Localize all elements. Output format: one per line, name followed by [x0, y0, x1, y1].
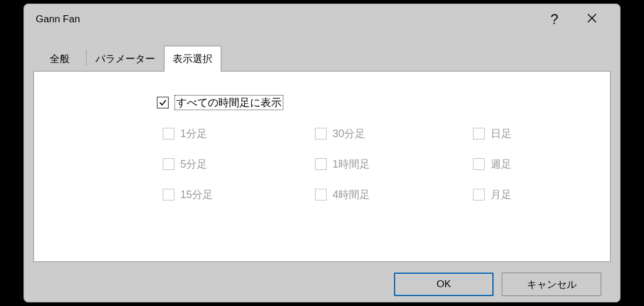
cancel-button[interactable]: キャンセル	[502, 273, 601, 296]
tf-mn1: 月足	[473, 188, 590, 202]
tf-h1-checkbox[interactable]	[315, 158, 327, 170]
tf-d1-checkbox[interactable]	[473, 128, 485, 140]
gann-fan-dialog: Gann Fan ? 全般 パラメーター 表示選択	[23, 4, 621, 302]
dialog-title: Gann Fan	[36, 13, 536, 25]
tf-mn1-label: 月足	[491, 188, 512, 202]
show-all-row: すべての時間足に表示	[157, 95, 592, 110]
tf-m30-checkbox[interactable]	[315, 128, 327, 140]
help-icon: ?	[550, 11, 558, 28]
tf-w1-label: 週足	[491, 157, 512, 171]
tf-h4-checkbox[interactable]	[315, 189, 327, 200]
tf-m1: 1分足	[163, 127, 309, 141]
tab-parameters[interactable]: パラメーター	[87, 46, 164, 72]
dialog-content: 全般 パラメーター 表示選択 すべての時間足に表示 1分足	[24, 35, 620, 296]
dialog-buttons: OK キャンセル	[33, 262, 611, 296]
tf-d1-label: 日足	[491, 127, 512, 141]
tab-label: パラメーター	[95, 53, 155, 64]
ok-button[interactable]: OK	[394, 273, 494, 296]
tf-w1: 週足	[473, 157, 590, 171]
cancel-label: キャンセル	[527, 278, 577, 291]
tf-w1-checkbox[interactable]	[473, 158, 485, 170]
tf-h1-label: 1時間足	[333, 157, 370, 171]
tf-m15: 15分足	[163, 188, 309, 202]
tf-m5-checkbox[interactable]	[163, 158, 174, 170]
tab-display[interactable]: 表示選択	[164, 46, 221, 72]
timeframe-grid: 1分足 30分足 日足 5分足 1時間足	[163, 127, 592, 202]
ok-label: OK	[437, 278, 451, 290]
tf-m1-label: 1分足	[180, 127, 207, 141]
tf-d1: 日足	[473, 127, 590, 141]
tf-h1: 1時間足	[315, 157, 467, 171]
show-all-label[interactable]: すべての時間足に表示	[174, 95, 283, 110]
tf-h4: 4時間足	[315, 188, 467, 202]
tf-m5: 5分足	[163, 157, 309, 171]
check-icon	[159, 98, 167, 107]
tabstrip: 全般 パラメーター 表示選択	[33, 45, 611, 71]
tf-m30-label: 30分足	[333, 127, 365, 141]
tf-h4-label: 4時間足	[333, 188, 370, 202]
tab-label: 全般	[50, 53, 70, 64]
titlebar: Gann Fan ?	[24, 4, 620, 35]
close-button[interactable]	[573, 4, 611, 35]
tabpanel-display: すべての時間足に表示 1分足 30分足 日足 5分足	[33, 71, 611, 262]
tf-m15-checkbox[interactable]	[163, 189, 174, 200]
tab-general[interactable]: 全般	[33, 46, 86, 72]
tf-mn1-checkbox[interactable]	[473, 189, 485, 200]
show-all-checkbox[interactable]	[157, 97, 169, 108]
tf-m15-label: 15分足	[180, 188, 213, 202]
tf-m5-label: 5分足	[180, 157, 207, 171]
help-button[interactable]: ?	[536, 4, 573, 35]
tab-label: 表示選択	[173, 53, 213, 64]
tf-m30: 30分足	[315, 127, 467, 141]
close-icon	[587, 12, 597, 27]
tf-m1-checkbox[interactable]	[163, 128, 174, 140]
